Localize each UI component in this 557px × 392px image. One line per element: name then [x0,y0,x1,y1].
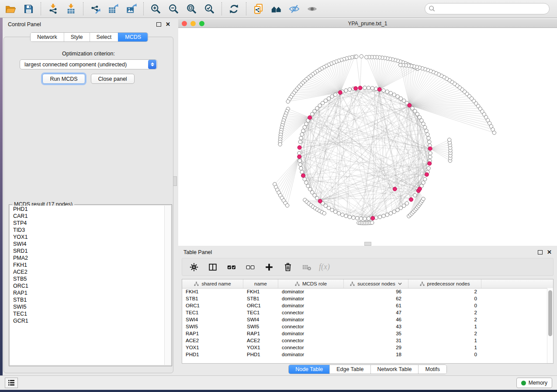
mcds-result-group: MCDS result (17 nodes) PHD1CAR1STP4TID3Y… [9,204,172,366]
list-item[interactable]: CAR1 [10,213,171,220]
table-cell: TEC1 [182,309,243,316]
duplicate-network-button[interactable] [249,1,267,16]
table-cell: 2 [408,330,481,337]
table-scrollbar[interactable] [547,288,553,363]
tab-style[interactable]: Style [64,33,90,41]
search-input[interactable] [425,3,550,14]
table-cell: RAP1 [182,330,243,337]
select-all-button[interactable] [224,260,239,274]
tab-edge-table[interactable]: Edge Table [329,365,370,374]
gear-button[interactable] [187,260,201,274]
table-row[interactable]: PHD1PHD1dominator180 [182,351,547,358]
zoom-selected-button[interactable] [201,1,218,16]
hide-button[interactable] [285,1,303,16]
network-canvas[interactable] [178,28,557,246]
delete-table-icon [302,262,311,272]
show-button[interactable] [303,1,321,16]
task-history-button[interactable] [5,378,18,388]
tab-network[interactable]: Network [31,33,64,41]
list-item[interactable]: SWI5 [10,303,171,310]
tab-node-table[interactable]: Node Table [289,365,329,374]
delete-icon [283,262,293,272]
table-scrollbar-thumb[interactable] [548,290,552,336]
list-item[interactable]: STP4 [10,220,171,227]
table-cell: 0 [408,351,481,358]
table-body[interactable]: FKH1FKH1dominator962STB1STB1dominator620… [182,288,547,363]
table-cell: SWI5 [243,323,278,330]
table-row[interactable]: TEC1TEC1connector472 [182,309,547,316]
tab-motifs[interactable]: Motifs [418,365,446,374]
table-cell-filler [481,309,547,316]
float-panel-icon[interactable] [156,22,161,27]
close-panel-button[interactable]: Close panel [91,74,135,84]
tab-mcds[interactable]: MCDS [118,33,148,41]
table-row[interactable]: STB1STB1dominator620 [182,295,547,302]
export-network-button[interactable] [86,1,104,16]
import-network-icon [47,3,59,15]
column-header-name[interactable]: name [243,279,278,288]
deselect-all-button[interactable] [243,260,258,274]
list-item[interactable]: ORC1 [10,282,171,289]
columns-button[interactable] [205,260,220,274]
mcds-result-list[interactable]: PHD1CAR1STP4TID3YOX1SWI4SRD1PMA2FKH1ACE2… [10,206,171,365]
table-panel: Table Panel ✕ f(x) shared namenameMCDS r… [178,246,557,375]
save-button[interactable] [20,1,38,16]
zoom-out-button[interactable] [165,1,183,16]
table-cell: FKH1 [182,288,243,295]
table-row[interactable]: YOX1YOX1connector291 [182,344,547,351]
export-table-button[interactable] [104,1,122,16]
close-panel-icon[interactable]: ✕ [166,22,170,27]
list-item[interactable]: TID3 [10,227,171,234]
table-row[interactable]: SWI5SWI5connector431 [182,323,547,330]
optimization-criterion-select[interactable]: largest connected component (undirected) [20,59,157,69]
horizontal-splitter-handle[interactable] [364,242,371,246]
list-item[interactable]: RAP1 [10,289,171,296]
list-item[interactable]: TEC1 [10,310,171,317]
toolbar-separator [143,2,144,15]
add-button[interactable] [262,260,277,274]
table-row[interactable]: RAP1RAP1dominator352 [182,330,547,337]
close-table-panel-icon[interactable]: ✕ [547,250,552,254]
delete-button[interactable] [280,260,295,274]
network-window-titlebar[interactable]: YPA_prune.txt_1 [178,19,557,28]
table-row[interactable]: ACE2ACE2connector311 [182,337,547,344]
zoom-fit-button[interactable] [183,1,201,16]
run-mcds-button[interactable]: Run MCDS [42,74,85,84]
table-row[interactable]: ORC1ORC1dominator610 [182,302,547,309]
zoom-in-button[interactable] [147,1,165,16]
refresh-button[interactable] [225,1,243,16]
list-item[interactable]: SRD1 [10,248,171,254]
open-button[interactable] [2,1,20,16]
table-row[interactable]: SWI4SWI4dominator462 [182,316,547,323]
column-header-successor-nodes[interactable]: successor nodes [344,279,408,288]
tab-select[interactable]: Select [90,33,118,41]
list-item[interactable]: GCR1 [10,317,171,324]
first-neighbors-button[interactable] [267,1,285,16]
export-image-button[interactable] [122,1,140,16]
control-panel-tabs: Network Style Select MCDS [30,32,148,42]
list-item[interactable]: PMA2 [10,254,171,261]
tab-network-table[interactable]: Network Table [370,365,419,374]
import-table-button[interactable] [62,1,80,16]
list-item[interactable]: FKH1 [10,261,171,268]
table-cell: STB1 [182,295,243,302]
list-item[interactable]: STB5 [10,275,171,282]
column-header-mcds-role[interactable]: MCDS role [278,279,344,288]
result-scrollbar[interactable] [164,206,171,365]
import-network-button[interactable] [44,1,62,16]
list-item[interactable]: PHD1 [10,206,171,213]
network-graph[interactable] [178,28,557,246]
column-header-predecessor-nodes[interactable]: predecessor nodes [408,279,481,288]
column-header-shared-name[interactable]: shared name [182,279,243,288]
vertical-splitter-handle[interactable] [173,176,177,186]
memory-button[interactable]: Memory [516,378,552,388]
table-cell-filler [481,302,547,309]
list-item[interactable]: SWI4 [10,241,171,248]
list-item[interactable]: STB1 [10,296,171,303]
list-item[interactable]: YOX1 [10,234,171,241]
list-item[interactable]: ACE2 [10,268,171,275]
float-table-panel-icon[interactable] [538,250,543,254]
attribute-icon [295,282,300,286]
table-cell: connector [278,337,344,344]
table-row[interactable]: FKH1FKH1dominator962 [182,288,547,295]
